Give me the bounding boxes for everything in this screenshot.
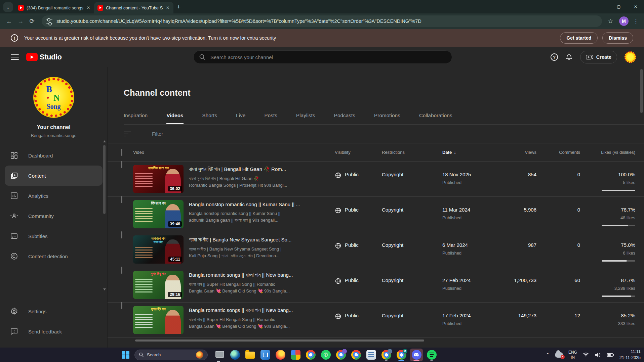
address-bar[interactable]: studio.youtube.com/channel/UCjzLqW5AxmIr… <box>42 15 602 27</box>
taskbar-app-chrome-4[interactable] <box>380 349 393 361</box>
taskbar-search-box[interactable]: Search <box>134 350 208 360</box>
sidebar-item-send-feedback[interactable]: Send feedback <box>0 321 107 342</box>
video-title[interactable]: শ্যামা সংগীত | Bangla New Shyama Sangeet… <box>189 237 323 243</box>
row-checkbox[interactable] <box>121 161 122 168</box>
tab-search-button[interactable]: ⌄ <box>3 2 13 12</box>
language-indicator[interactable]: ENGIN <box>568 350 577 360</box>
tab-shorts[interactable]: Shorts <box>202 108 217 124</box>
scroll-up-arrow-icon[interactable] <box>103 140 106 142</box>
maximize-button[interactable]: ▢ <box>610 0 627 13</box>
close-button[interactable]: ✕ <box>627 0 644 13</box>
reload-button[interactable]: ⟳ <box>26 15 38 27</box>
account-avatar[interactable] <box>625 51 636 63</box>
taskbar-app-edge[interactable] <box>229 349 241 361</box>
taskbar-clock[interactable]: 11:1121-11-2025 <box>619 349 641 361</box>
column-restrictions[interactable]: Restrictions <box>382 150 442 155</box>
tab-collaborations[interactable]: Collaborations <box>419 108 452 124</box>
table-row[interactable]: হিট বাংলা গান 39:46 Bangla nonstop roman… <box>108 197 644 232</box>
video-thumbnail[interactable]: সুপার হিট গান <box>133 306 184 334</box>
tab-playlists[interactable]: Playlists <box>296 108 315 124</box>
browser-tab-1[interactable]: (384) Bengali romantic songs - Y ✕ <box>15 2 94 13</box>
column-views[interactable]: Views <box>493 150 536 155</box>
restrictions-cell[interactable]: Copyright <box>382 303 442 337</box>
notifications-bell-icon[interactable] <box>565 53 573 61</box>
visibility-cell[interactable]: Public <box>335 232 382 267</box>
dismiss-button[interactable]: Dismiss <box>602 32 633 44</box>
channel-avatar[interactable]: B ♥ N Song <box>34 78 73 117</box>
taskbar-app-screen-share[interactable] <box>213 349 226 361</box>
taskbar-app-chrome-active[interactable]: M <box>395 349 408 361</box>
start-button[interactable] <box>119 349 132 361</box>
column-likes[interactable]: Likes (vs dislikes) <box>580 150 635 155</box>
taskbar-app-chrome-3[interactable] <box>350 349 362 361</box>
video-thumbnail[interactable]: অসাধারণ গান শ্যামা সঙ্গীত 45:11 <box>133 235 184 264</box>
restrictions-cell[interactable]: Copyright <box>382 197 442 232</box>
select-all-checkbox[interactable] <box>121 149 122 156</box>
taskbar-app-chrome-1[interactable] <box>304 349 317 361</box>
onedrive-error-icon[interactable]: ✕ <box>555 352 563 358</box>
studio-search-bar[interactable] <box>193 50 452 64</box>
video-title[interactable]: বাংলা সুপার হিট গান | Bengali Hit Gaan 🥀… <box>189 166 323 172</box>
row-checkbox[interactable] <box>121 267 122 274</box>
tab-posts[interactable]: Posts <box>264 108 277 124</box>
column-comments[interactable]: Comments <box>536 150 580 155</box>
get-started-button[interactable]: Get started <box>560 32 598 44</box>
visibility-cell[interactable]: Public <box>335 267 382 302</box>
taskbar-app-file-explorer[interactable] <box>244 349 256 361</box>
horizontal-scrollbar[interactable] <box>135 340 424 342</box>
tab-close-icon[interactable]: ✕ <box>86 5 91 10</box>
row-checkbox[interactable] <box>121 231 122 238</box>
table-row[interactable]: রোমান্টিক বাংলা গান 36:02 বাংলা সুপার হি… <box>108 162 644 197</box>
row-checkbox[interactable] <box>121 196 122 203</box>
sidebar-item-dashboard[interactable]: Dashboard <box>0 145 107 166</box>
taskbar-app-notepad[interactable] <box>365 349 377 361</box>
menu-hamburger-icon[interactable] <box>11 54 19 60</box>
visibility-cell[interactable]: Public <box>335 303 382 337</box>
page-scrollbar-thumb[interactable] <box>640 69 643 113</box>
taskbar-app-spotify[interactable] <box>425 349 438 361</box>
taskbar-app-chrome-2[interactable] <box>334 349 347 361</box>
taskbar-app-whatsapp[interactable]: ✆ <box>319 349 332 361</box>
tab-live[interactable]: Live <box>236 108 245 124</box>
volume-icon[interactable] <box>595 352 601 358</box>
sidebar-scrollbar[interactable] <box>103 140 106 290</box>
column-visibility[interactable]: Visibility <box>335 150 382 155</box>
sidebar-item-content[interactable]: Content <box>5 166 103 186</box>
taskbar-app-photos[interactable] <box>289 349 302 361</box>
tab-close-icon[interactable]: ✕ <box>165 5 170 10</box>
video-title[interactable]: Bangla romantic songs || বাংলা গান || Ne… <box>189 307 323 313</box>
sidebar-item-subtitles[interactable]: Subtitles <box>0 226 107 246</box>
new-tab-button[interactable]: + <box>177 3 180 11</box>
minimize-button[interactable]: ─ <box>594 0 610 13</box>
tab-videos[interactable]: Videos <box>166 108 183 124</box>
help-icon[interactable]: ? <box>551 53 558 61</box>
bookmark-star-icon[interactable]: ☆ <box>608 18 613 25</box>
taskbar-app-store[interactable] <box>259 349 272 361</box>
table-row[interactable]: অসাধারণ গান শ্যামা সঙ্গীত 45:11 শ্যামা স… <box>108 232 644 267</box>
filter-bar[interactable]: Filter <box>108 125 644 143</box>
battery-icon[interactable] <box>607 353 614 357</box>
visibility-cell[interactable]: Public <box>335 197 382 232</box>
tray-chevron-icon[interactable]: ⌃ <box>546 352 550 357</box>
row-checkbox[interactable] <box>121 302 122 309</box>
create-button[interactable]: Create <box>580 51 617 63</box>
back-button[interactable]: ← <box>3 15 15 27</box>
youtube-studio-logo[interactable]: Studio <box>26 53 62 61</box>
sidebar-item-community[interactable]: Community <box>0 206 107 226</box>
column-video[interactable]: Video <box>133 150 335 155</box>
visibility-cell[interactable]: Public <box>335 162 382 196</box>
video-thumbnail[interactable]: রোমান্টিক বাংলা গান 36:02 <box>133 165 184 193</box>
taskbar-app-discord[interactable] <box>410 349 423 361</box>
wifi-icon[interactable] <box>582 352 589 358</box>
sidebar-item-analytics[interactable]: Analytics <box>0 186 107 206</box>
video-title[interactable]: Bangla nonstop romantic song || Kumar Sa… <box>189 201 323 207</box>
studio-search-input[interactable] <box>210 54 446 60</box>
video-thumbnail[interactable]: হিট বাংলা গান 39:46 <box>133 200 184 228</box>
browser-menu-icon[interactable]: ⋮ <box>633 18 639 25</box>
browser-profile-avatar[interactable]: M <box>619 16 629 26</box>
sidebar-item-settings[interactable]: Settings <box>0 301 107 321</box>
video-thumbnail[interactable]: সুপার কিছু গান 29:16 <box>133 271 184 299</box>
tab-promotions[interactable]: Promotions <box>374 108 400 124</box>
taskbar-app-firefox[interactable] <box>274 349 287 361</box>
video-title[interactable]: Bangla romantic songs || বাংলা গান || Ne… <box>189 272 323 278</box>
